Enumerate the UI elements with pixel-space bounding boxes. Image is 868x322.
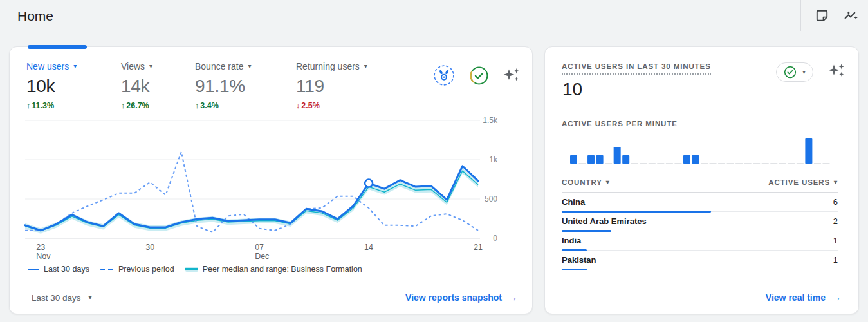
table-row: India 1 xyxy=(562,231,838,251)
view-reports-snapshot-link[interactable]: View reports snapshot → xyxy=(405,292,518,303)
arrow-right-icon: → xyxy=(508,292,518,303)
chevron-down-icon: ▾ xyxy=(802,69,806,75)
country-name: India xyxy=(562,236,581,245)
header-actions xyxy=(800,0,860,31)
country-table: COUNTRY ▾ ACTIVE USERS ▾ China 6 United … xyxy=(562,178,838,270)
svg-text:30: 30 xyxy=(145,243,154,252)
per-minute-bar-chart xyxy=(570,130,831,166)
metric-tab-bounce-rate[interactable]: Bounce rate▾ 91.1% ↑3.4% xyxy=(195,61,296,110)
realtime-card: ACTIVE USERS IN LAST 30 MINUTES ▾ 10 ACT… xyxy=(544,46,859,314)
metric-delta: ↑26.7% xyxy=(121,101,195,110)
per-minute-title: ACTIVE USERS PER MINUTE xyxy=(562,120,678,128)
country-bar xyxy=(562,269,587,270)
country-column-header[interactable]: COUNTRY ▾ xyxy=(562,178,610,186)
trend-arrow-icon: ↓ xyxy=(296,101,300,110)
overview-card: New users▾ 10k ↑11.3% Views▾ 14k ↑26.7% … xyxy=(9,46,533,314)
benchmark-medal-icon[interactable] xyxy=(432,64,456,87)
metric-label: New users xyxy=(26,61,69,71)
metric-tab-new-users[interactable]: New users▾ 10k ↑11.3% xyxy=(26,61,121,110)
dashed-line-swatch-icon xyxy=(100,269,114,270)
date-range-selector[interactable]: Last 30 days ▾ xyxy=(32,293,92,303)
metric-value: 91.1% xyxy=(195,76,296,97)
metrics-row: New users▾ 10k ↑11.3% Views▾ 14k ↑26.7% … xyxy=(26,61,521,110)
svg-text:1.5k: 1.5k xyxy=(483,116,498,125)
svg-text:21: 21 xyxy=(474,243,483,252)
peer-band-swatch-icon xyxy=(185,267,198,272)
country-name: China xyxy=(562,197,585,207)
metric-tab-views[interactable]: Views▾ 14k ↑26.7% xyxy=(121,61,195,110)
chevron-down-icon[interactable]: ▾ xyxy=(248,63,252,70)
insights-icon[interactable] xyxy=(842,6,860,25)
country-name: Pakistan xyxy=(562,255,596,265)
svg-text:07: 07 xyxy=(255,243,264,252)
trend-arrow-icon: ↑ xyxy=(195,101,199,110)
svg-text:Nov: Nov xyxy=(36,252,51,261)
metric-delta: ↓2.5% xyxy=(296,101,392,110)
table-row: United Arab Emirates 2 xyxy=(562,212,838,231)
metric-value: 10k xyxy=(26,76,121,97)
chevron-down-icon: ▾ xyxy=(834,179,838,185)
legend-peer-median: Peer median and range: Business Formatio… xyxy=(185,265,362,274)
active-users-column-header[interactable]: ACTIVE USERS ▾ xyxy=(768,178,838,186)
metric-label: Bounce rate xyxy=(195,61,244,71)
realtime-header: ACTIVE USERS IN LAST 30 MINUTES ▾ xyxy=(562,62,845,82)
table-row: China 6 xyxy=(562,193,838,212)
svg-text:0: 0 xyxy=(493,234,497,243)
active-users-count: 10 xyxy=(562,79,582,100)
insights-sparkles-icon[interactable] xyxy=(827,62,845,79)
table-row: Pakistan 1 xyxy=(562,251,838,270)
trend-chart: 05001k1.5k23Nov3007Dec1421 xyxy=(25,114,504,263)
country-table-header: COUNTRY ▾ ACTIVE USERS ▾ xyxy=(562,178,838,193)
page-title: Home xyxy=(17,8,53,24)
legend-previous-period: Previous period xyxy=(100,265,174,274)
overview-card-footer: Last 30 days ▾ View reports snapshot → xyxy=(32,292,518,303)
svg-text:1k: 1k xyxy=(489,155,498,164)
trend-arrow-icon: ↑ xyxy=(26,101,30,110)
trend-arrow-icon: ↑ xyxy=(121,101,125,110)
chart-legend: Last 30 days Previous period Peer median… xyxy=(28,265,362,274)
arrow-right-icon: → xyxy=(831,292,842,303)
active-tab-indicator xyxy=(28,45,87,49)
chevron-down-icon: ▾ xyxy=(89,294,92,301)
country-value: 6 xyxy=(833,197,838,207)
insights-sparkles-icon[interactable] xyxy=(503,67,521,84)
country-value: 1 xyxy=(833,255,838,265)
metric-delta: ↑11.3% xyxy=(26,101,121,110)
data-quality-check-icon[interactable] xyxy=(469,66,489,86)
metric-label: Returning users xyxy=(296,61,360,71)
realtime-status-button[interactable]: ▾ xyxy=(776,62,813,82)
metric-delta: ↑3.4% xyxy=(195,101,296,110)
card-action-icons xyxy=(432,64,521,87)
check-circle-icon xyxy=(784,66,797,79)
country-name: United Arab Emirates xyxy=(562,216,647,226)
chevron-down-icon[interactable]: ▾ xyxy=(364,63,367,70)
metric-value: 119 xyxy=(296,76,392,97)
svg-text:14: 14 xyxy=(364,243,373,252)
country-value: 2 xyxy=(833,216,838,226)
chevron-down-icon[interactable]: ▾ xyxy=(149,63,152,70)
svg-text:500: 500 xyxy=(485,194,497,204)
svg-text:23: 23 xyxy=(36,243,45,252)
chevron-down-icon[interactable]: ▾ xyxy=(73,63,77,70)
metric-label: Views xyxy=(121,61,145,71)
notes-icon[interactable] xyxy=(813,6,831,25)
metric-tab-returning-users[interactable]: Returning users▾ 119 ↓2.5% xyxy=(296,61,392,110)
view-real-time-link[interactable]: View real time → xyxy=(766,292,842,303)
legend-last-30-days: Last 30 days xyxy=(28,265,89,274)
solid-line-swatch-icon xyxy=(28,269,39,270)
country-value: 1 xyxy=(833,236,838,245)
svg-text:Dec: Dec xyxy=(255,252,269,261)
realtime-title: ACTIVE USERS IN LAST 30 MINUTES xyxy=(562,62,711,75)
metric-value: 14k xyxy=(121,76,195,97)
chevron-down-icon: ▾ xyxy=(606,179,610,185)
